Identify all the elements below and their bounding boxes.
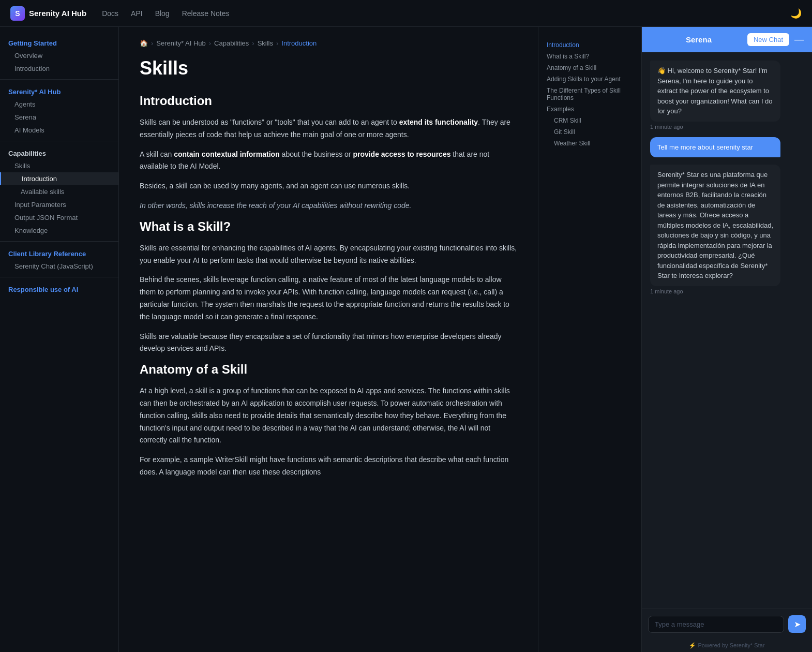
- chat-input-area: ➤: [642, 609, 812, 639]
- nav-blog[interactable]: Blog: [155, 9, 170, 18]
- chat-agent-name: Serena: [650, 35, 747, 44]
- sidebar-item-serenity-chat-js[interactable]: Serenity Chat (JavaScript): [0, 260, 118, 273]
- chat-header: Serena New Chat —: [642, 27, 812, 52]
- intro-para-2: A skill can contain contextual informati…: [140, 149, 517, 173]
- top-nav: S Serenity AI Hub Docs API Blog Release …: [0, 0, 812, 27]
- sidebar-item-ai-models[interactable]: AI Models: [0, 124, 118, 137]
- right-toc: Introduction What is a Skill? Anatomy of…: [538, 27, 641, 652]
- sidebar-section-hub: Serenity* AI Hub: [0, 84, 118, 98]
- skill-para-1: Skills are essential for enhancing the c…: [140, 242, 517, 267]
- sidebar-item-input-parameters[interactable]: Input Parameters: [0, 198, 118, 211]
- sidebar-client-library-title: Client Library Reference: [0, 246, 118, 260]
- toc-item-crm[interactable]: CRM Skill: [547, 115, 633, 126]
- chat-message-user-1: Tell me more about serenity star: [650, 137, 804, 158]
- new-chat-button[interactable]: New Chat: [747, 33, 789, 46]
- main-layout: Getting Started Overview Introduction Se…: [0, 27, 812, 652]
- skill-para-2: Behind the scenes, skills leverage funct…: [140, 274, 517, 323]
- left-sidebar: Getting Started Overview Introduction Se…: [0, 27, 119, 652]
- logo-icon: S: [10, 6, 25, 21]
- intro-para-1: Skills can be understood as "functions" …: [140, 116, 517, 141]
- chat-messages: 👋 Hi, welcome to Serenity* Star! I'm Ser…: [642, 52, 812, 609]
- toc-item-introduction[interactable]: Introduction: [547, 39, 633, 51]
- chat-message-bot-2: Serenity* Star es una plataforma que per…: [650, 165, 804, 294]
- sidebar-divider-4: [0, 277, 118, 277]
- bot-bubble-1: 👋 Hi, welcome to Serenity* Star! I'm Ser…: [650, 61, 780, 122]
- chat-minimize-icon[interactable]: —: [794, 34, 804, 45]
- section-heading-introduction: Introduction: [140, 94, 517, 108]
- logo-text: Serenity AI Hub: [29, 9, 86, 18]
- sidebar-divider-2: [0, 141, 118, 141]
- toc-item-anatomy[interactable]: Anatomy of a Skill: [547, 62, 633, 73]
- sidebar-item-introduction-gs[interactable]: Introduction: [0, 62, 118, 75]
- toc-item-git[interactable]: Git Skill: [547, 126, 633, 138]
- skill-para-3: Skills are valuable because they encapsu…: [140, 331, 517, 355]
- chat-input[interactable]: [648, 616, 784, 633]
- nav-release-notes[interactable]: Release Notes: [182, 9, 230, 18]
- sidebar-item-overview[interactable]: Overview: [0, 49, 118, 62]
- user-bubble-1: Tell me more about serenity star: [650, 137, 780, 158]
- sidebar-item-agents[interactable]: Agents: [0, 98, 118, 111]
- breadcrumb-home-icon[interactable]: 🏠: [140, 39, 148, 47]
- breadcrumb-capabilities[interactable]: Capabilities: [214, 39, 249, 47]
- intro-para-4: In other words, skills increase the reac…: [140, 200, 517, 212]
- sidebar-item-available-skills[interactable]: Available skills: [0, 185, 118, 198]
- bot-bubble-2: Serenity* Star es una plataforma que per…: [650, 165, 780, 286]
- intro-para-3: Besides, a skill can be used by many age…: [140, 180, 517, 192]
- sidebar-divider-3: [0, 241, 118, 242]
- section-heading-anatomy: Anatomy of a Skill: [140, 362, 517, 377]
- chat-message-bot-1: 👋 Hi, welcome to Serenity* Star! I'm Ser…: [650, 61, 804, 130]
- nav-api[interactable]: API: [131, 9, 143, 18]
- nav-docs[interactable]: Docs: [102, 9, 118, 18]
- nav-links: Docs API Blog Release Notes: [102, 9, 229, 18]
- anatomy-para-1: At a high level, a skill is a group of f…: [140, 385, 517, 447]
- sidebar-section-getting-started: Getting Started: [0, 35, 118, 49]
- sidebar-capabilities-title: Capabilities: [0, 145, 118, 159]
- breadcrumb-current: Introduction: [281, 39, 317, 47]
- nav-logo[interactable]: S Serenity AI Hub: [10, 6, 86, 21]
- page-title: Skills: [140, 57, 517, 79]
- section-heading-what-is-skill: What is a Skill?: [140, 219, 517, 234]
- bot-time-2: 1 minute ago: [650, 288, 804, 294]
- main-content: 🏠 › Serenity* AI Hub › Capabilities › Sk…: [119, 27, 538, 652]
- chat-send-button[interactable]: ➤: [788, 615, 806, 633]
- theme-toggle-icon[interactable]: 🌙: [790, 8, 802, 19]
- breadcrumb: 🏠 › Serenity* AI Hub › Capabilities › Sk…: [140, 39, 517, 47]
- send-icon: ➤: [794, 619, 801, 629]
- sidebar-divider-1: [0, 79, 118, 80]
- sidebar-item-skills[interactable]: Skills: [0, 159, 118, 172]
- anatomy-para-2: For example, a sample WriterSkill might …: [140, 454, 517, 479]
- sidebar-item-introduction[interactable]: Introduction: [0, 172, 118, 185]
- toc-item-types[interactable]: The Different Types of Skill Functions: [547, 85, 633, 103]
- breadcrumb-skills[interactable]: Skills: [258, 39, 273, 47]
- content-area: 🏠 › Serenity* AI Hub › Capabilities › Sk…: [119, 27, 812, 652]
- sidebar-item-knowledge[interactable]: Knowledge: [0, 224, 118, 237]
- sidebar-responsible-ai[interactable]: Responsible use of AI: [0, 281, 118, 295]
- toc-item-adding-skills[interactable]: Adding Skills to your Agent: [547, 73, 633, 85]
- toc-item-what-is-skill[interactable]: What is a Skill?: [547, 51, 633, 62]
- bot-time-1: 1 minute ago: [650, 124, 804, 130]
- chat-powered-text: ⚡ Powered by Serenity* Star: [642, 639, 812, 652]
- breadcrumb-hub[interactable]: Serenity* AI Hub: [156, 39, 205, 47]
- toc-item-weather[interactable]: Weather Skill: [547, 138, 633, 149]
- sidebar-item-serena[interactable]: Serena: [0, 111, 118, 124]
- toc-item-examples[interactable]: Examples: [547, 103, 633, 115]
- sidebar-item-output-json[interactable]: Output JSON Format: [0, 211, 118, 224]
- chat-panel: Serena New Chat — 👋 Hi, welcome to Seren…: [641, 27, 812, 652]
